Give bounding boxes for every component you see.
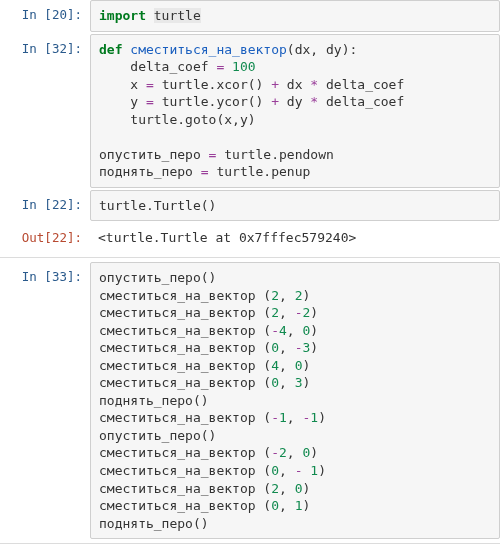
code-token: turtle.ycor() [162, 94, 272, 109]
code-token: сместиться_на_вектор ( [99, 340, 271, 355]
num-token: 1 [295, 498, 303, 513]
output-cell: Out[22]:<turtle.Turtle at 0x7fffec579240… [0, 223, 500, 253]
num-token: 0 [271, 375, 279, 390]
code-token: ) [310, 305, 318, 320]
num-token: 2 [271, 481, 279, 496]
code-area[interactable]: def сместиться_на_вектор(dx, dy): delta_… [90, 34, 500, 188]
code-cell: In [33]:опустить_перо() сместиться_на_ве… [0, 262, 500, 539]
code-token: , [287, 410, 303, 425]
code-cell: In [32]:def сместиться_на_вектор(dx, dy)… [0, 34, 500, 188]
code-token: , [279, 375, 295, 390]
num-token: 3 [295, 375, 303, 390]
code-token: turtle.goto(x,y) [99, 112, 256, 127]
code-token: сместиться_на_вектор ( [99, 410, 271, 425]
input-prompt: In [20]: [0, 0, 90, 32]
op-token: - [295, 463, 311, 478]
op-token: * [310, 77, 326, 92]
code-token: , [279, 288, 295, 303]
code-token: поднять_перо [99, 164, 201, 179]
code-token: , [279, 463, 295, 478]
code-token: turtle.pendown [224, 147, 334, 162]
op-token: - [271, 445, 279, 460]
num-token: 0 [271, 463, 279, 478]
code-token: , [287, 323, 303, 338]
op-token: = [216, 59, 232, 74]
code-token: ) [303, 288, 311, 303]
code-token: сместиться_на_вектор ( [99, 481, 271, 496]
kw-token: import [99, 8, 154, 23]
code-token: delta_coef [326, 77, 404, 92]
code-token: ) [318, 410, 326, 425]
op-token: * [310, 94, 326, 109]
num-token: 4 [279, 323, 287, 338]
output-area: <turtle.Turtle at 0x7fffec579240> [90, 223, 500, 253]
code-token: x [99, 77, 146, 92]
code-token: turtle.xcor() [162, 77, 272, 92]
num-token: 2 [295, 288, 303, 303]
code-token: сместиться_на_вектор ( [99, 463, 271, 478]
code-token: , [279, 358, 295, 373]
code-area[interactable]: опустить_перо() сместиться_на_вектор (2,… [90, 262, 500, 539]
code-token: ) [303, 375, 311, 390]
code-cell: In [20]:import turtle [0, 0, 500, 32]
input-prompt: In [33]: [0, 262, 90, 539]
code-token: ) [303, 481, 311, 496]
code-token: сместиться_на_вектор ( [99, 445, 271, 460]
code-token: сместиться_на_вектор ( [99, 498, 271, 513]
code-token: turtle.Turtle() [99, 198, 216, 213]
code-token: сместиться_на_вектор ( [99, 288, 271, 303]
input-prompt: In [32]: [0, 34, 90, 188]
num-token: 2 [271, 288, 279, 303]
code-area[interactable]: turtle.Turtle() [90, 190, 500, 222]
num-token: 1 [310, 410, 318, 425]
output-prompt: Out[22]: [0, 223, 90, 253]
code-token: ) [318, 463, 326, 478]
code-token: ) [310, 445, 318, 460]
code-token: , [287, 445, 303, 460]
code-token: delta_coef [99, 59, 216, 74]
num-token: 2 [279, 445, 287, 460]
code-token: поднять_перо() [99, 393, 209, 408]
cell-separator [0, 257, 500, 258]
code-token: dx [287, 77, 310, 92]
code-token: delta_coef [326, 94, 404, 109]
code-cell: In [22]:turtle.Turtle() [0, 190, 500, 222]
code-token: dy [287, 94, 310, 109]
code-token: , [279, 305, 295, 320]
op-token: = [209, 147, 225, 162]
code-token: опустить_перо() [99, 270, 216, 285]
notebook-root: In [20]:import turtleIn [32]:def сместит… [0, 0, 500, 544]
op-token: + [271, 77, 287, 92]
code-token: опустить_перо() [99, 428, 216, 443]
op-token: - [295, 340, 303, 355]
num-token: 0 [271, 498, 279, 513]
code-token: ) [310, 340, 318, 355]
code-token: , [279, 481, 295, 496]
code-token: turtle.penup [216, 164, 310, 179]
code-token: сместиться_на_вектор ( [99, 305, 271, 320]
code-area[interactable]: import turtle [90, 0, 500, 32]
sel-token: turtle [154, 8, 201, 23]
code-token: , [279, 340, 295, 355]
input-prompt: In [22]: [0, 190, 90, 222]
num-token: 100 [232, 59, 255, 74]
cell-separator [0, 543, 500, 544]
code-token: сместиться_на_вектор ( [99, 358, 271, 373]
op-token: = [146, 77, 162, 92]
op-token: = [201, 164, 217, 179]
num-token: 4 [271, 358, 279, 373]
code-token: , [279, 498, 295, 513]
code-token: (dx, dy): [287, 42, 357, 57]
code-token: опустить_перо [99, 147, 209, 162]
fn-token: сместиться_на_вектор [130, 42, 287, 57]
num-token: 2 [271, 305, 279, 320]
num-token: 0 [295, 481, 303, 496]
kw-token: def [99, 42, 130, 57]
code-token: поднять_перо() [99, 516, 209, 531]
code-token: ) [303, 498, 311, 513]
code-token: y [99, 94, 146, 109]
op-token: = [146, 94, 162, 109]
num-token: 0 [295, 358, 303, 373]
num-token: 0 [271, 340, 279, 355]
op-token: + [271, 94, 287, 109]
